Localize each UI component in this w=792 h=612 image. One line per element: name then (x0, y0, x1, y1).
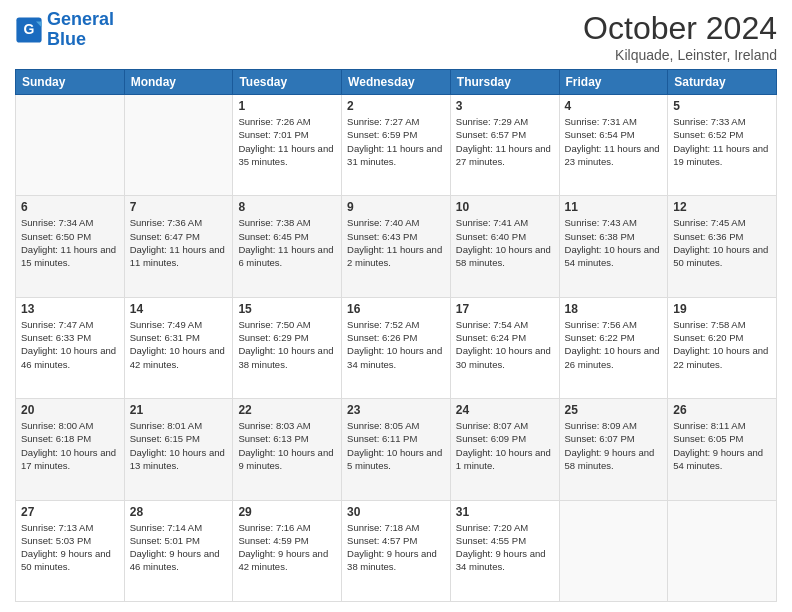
day-header-sunday: Sunday (16, 70, 125, 95)
calendar-cell: 31Sunrise: 7:20 AM Sunset: 4:55 PM Dayli… (450, 500, 559, 601)
day-info: Sunrise: 7:26 AM Sunset: 7:01 PM Dayligh… (238, 115, 336, 168)
day-number: 17 (456, 302, 554, 316)
day-number: 21 (130, 403, 228, 417)
day-number: 22 (238, 403, 336, 417)
day-info: Sunrise: 7:31 AM Sunset: 6:54 PM Dayligh… (565, 115, 663, 168)
day-info: Sunrise: 7:40 AM Sunset: 6:43 PM Dayligh… (347, 216, 445, 269)
day-info: Sunrise: 7:56 AM Sunset: 6:22 PM Dayligh… (565, 318, 663, 371)
calendar-cell: 23Sunrise: 8:05 AM Sunset: 6:11 PM Dayli… (342, 399, 451, 500)
calendar-cell: 26Sunrise: 8:11 AM Sunset: 6:05 PM Dayli… (668, 399, 777, 500)
day-number: 19 (673, 302, 771, 316)
week-row-1: 1Sunrise: 7:26 AM Sunset: 7:01 PM Daylig… (16, 95, 777, 196)
header: G General Blue October 2024 Kilquade, Le… (15, 10, 777, 63)
calendar-cell: 5Sunrise: 7:33 AM Sunset: 6:52 PM Daylig… (668, 95, 777, 196)
header-row: SundayMondayTuesdayWednesdayThursdayFrid… (16, 70, 777, 95)
title-block: October 2024 Kilquade, Leinster, Ireland (583, 10, 777, 63)
page: G General Blue October 2024 Kilquade, Le… (0, 0, 792, 612)
day-number: 20 (21, 403, 119, 417)
day-info: Sunrise: 8:09 AM Sunset: 6:07 PM Dayligh… (565, 419, 663, 472)
calendar-cell: 12Sunrise: 7:45 AM Sunset: 6:36 PM Dayli… (668, 196, 777, 297)
calendar-cell: 13Sunrise: 7:47 AM Sunset: 6:33 PM Dayli… (16, 297, 125, 398)
calendar-cell: 1Sunrise: 7:26 AM Sunset: 7:01 PM Daylig… (233, 95, 342, 196)
day-info: Sunrise: 7:38 AM Sunset: 6:45 PM Dayligh… (238, 216, 336, 269)
calendar-table: SundayMondayTuesdayWednesdayThursdayFrid… (15, 69, 777, 602)
day-number: 31 (456, 505, 554, 519)
calendar-cell (16, 95, 125, 196)
calendar-cell: 25Sunrise: 8:09 AM Sunset: 6:07 PM Dayli… (559, 399, 668, 500)
calendar-cell: 29Sunrise: 7:16 AM Sunset: 4:59 PM Dayli… (233, 500, 342, 601)
calendar-cell: 30Sunrise: 7:18 AM Sunset: 4:57 PM Dayli… (342, 500, 451, 601)
day-info: Sunrise: 7:14 AM Sunset: 5:01 PM Dayligh… (130, 521, 228, 574)
day-info: Sunrise: 7:52 AM Sunset: 6:26 PM Dayligh… (347, 318, 445, 371)
day-header-thursday: Thursday (450, 70, 559, 95)
day-number: 5 (673, 99, 771, 113)
logo-line2: Blue (47, 29, 86, 49)
calendar-cell (559, 500, 668, 601)
day-number: 14 (130, 302, 228, 316)
day-info: Sunrise: 8:11 AM Sunset: 6:05 PM Dayligh… (673, 419, 771, 472)
day-info: Sunrise: 8:00 AM Sunset: 6:18 PM Dayligh… (21, 419, 119, 472)
calendar-cell: 19Sunrise: 7:58 AM Sunset: 6:20 PM Dayli… (668, 297, 777, 398)
day-number: 24 (456, 403, 554, 417)
day-info: Sunrise: 7:13 AM Sunset: 5:03 PM Dayligh… (21, 521, 119, 574)
calendar-cell: 14Sunrise: 7:49 AM Sunset: 6:31 PM Dayli… (124, 297, 233, 398)
week-row-5: 27Sunrise: 7:13 AM Sunset: 5:03 PM Dayli… (16, 500, 777, 601)
calendar-cell: 17Sunrise: 7:54 AM Sunset: 6:24 PM Dayli… (450, 297, 559, 398)
day-number: 29 (238, 505, 336, 519)
calendar-cell (124, 95, 233, 196)
day-number: 9 (347, 200, 445, 214)
calendar-cell: 2Sunrise: 7:27 AM Sunset: 6:59 PM Daylig… (342, 95, 451, 196)
svg-text:G: G (24, 21, 35, 37)
day-number: 26 (673, 403, 771, 417)
day-number: 10 (456, 200, 554, 214)
day-number: 1 (238, 99, 336, 113)
day-info: Sunrise: 7:16 AM Sunset: 4:59 PM Dayligh… (238, 521, 336, 574)
week-row-2: 6Sunrise: 7:34 AM Sunset: 6:50 PM Daylig… (16, 196, 777, 297)
day-info: Sunrise: 7:47 AM Sunset: 6:33 PM Dayligh… (21, 318, 119, 371)
week-row-3: 13Sunrise: 7:47 AM Sunset: 6:33 PM Dayli… (16, 297, 777, 398)
main-title: October 2024 (583, 10, 777, 47)
calendar-cell: 7Sunrise: 7:36 AM Sunset: 6:47 PM Daylig… (124, 196, 233, 297)
calendar-cell: 10Sunrise: 7:41 AM Sunset: 6:40 PM Dayli… (450, 196, 559, 297)
day-info: Sunrise: 8:07 AM Sunset: 6:09 PM Dayligh… (456, 419, 554, 472)
calendar-cell: 3Sunrise: 7:29 AM Sunset: 6:57 PM Daylig… (450, 95, 559, 196)
logo: G General Blue (15, 10, 114, 50)
day-info: Sunrise: 8:05 AM Sunset: 6:11 PM Dayligh… (347, 419, 445, 472)
day-number: 6 (21, 200, 119, 214)
calendar-cell: 4Sunrise: 7:31 AM Sunset: 6:54 PM Daylig… (559, 95, 668, 196)
logo-line1: General (47, 9, 114, 29)
day-info: Sunrise: 7:43 AM Sunset: 6:38 PM Dayligh… (565, 216, 663, 269)
day-info: Sunrise: 7:36 AM Sunset: 6:47 PM Dayligh… (130, 216, 228, 269)
calendar-cell: 16Sunrise: 7:52 AM Sunset: 6:26 PM Dayli… (342, 297, 451, 398)
day-info: Sunrise: 7:50 AM Sunset: 6:29 PM Dayligh… (238, 318, 336, 371)
calendar-cell: 6Sunrise: 7:34 AM Sunset: 6:50 PM Daylig… (16, 196, 125, 297)
day-number: 16 (347, 302, 445, 316)
day-header-friday: Friday (559, 70, 668, 95)
calendar-cell: 22Sunrise: 8:03 AM Sunset: 6:13 PM Dayli… (233, 399, 342, 500)
day-info: Sunrise: 7:58 AM Sunset: 6:20 PM Dayligh… (673, 318, 771, 371)
day-number: 7 (130, 200, 228, 214)
week-row-4: 20Sunrise: 8:00 AM Sunset: 6:18 PM Dayli… (16, 399, 777, 500)
calendar-cell: 15Sunrise: 7:50 AM Sunset: 6:29 PM Dayli… (233, 297, 342, 398)
day-info: Sunrise: 7:33 AM Sunset: 6:52 PM Dayligh… (673, 115, 771, 168)
calendar-cell: 20Sunrise: 8:00 AM Sunset: 6:18 PM Dayli… (16, 399, 125, 500)
day-info: Sunrise: 7:41 AM Sunset: 6:40 PM Dayligh… (456, 216, 554, 269)
day-number: 23 (347, 403, 445, 417)
calendar-cell: 8Sunrise: 7:38 AM Sunset: 6:45 PM Daylig… (233, 196, 342, 297)
day-number: 13 (21, 302, 119, 316)
calendar-cell: 18Sunrise: 7:56 AM Sunset: 6:22 PM Dayli… (559, 297, 668, 398)
day-info: Sunrise: 7:49 AM Sunset: 6:31 PM Dayligh… (130, 318, 228, 371)
day-info: Sunrise: 7:27 AM Sunset: 6:59 PM Dayligh… (347, 115, 445, 168)
calendar-cell: 28Sunrise: 7:14 AM Sunset: 5:01 PM Dayli… (124, 500, 233, 601)
calendar-cell: 9Sunrise: 7:40 AM Sunset: 6:43 PM Daylig… (342, 196, 451, 297)
day-info: Sunrise: 8:01 AM Sunset: 6:15 PM Dayligh… (130, 419, 228, 472)
day-number: 8 (238, 200, 336, 214)
day-number: 11 (565, 200, 663, 214)
day-info: Sunrise: 7:34 AM Sunset: 6:50 PM Dayligh… (21, 216, 119, 269)
calendar-cell: 21Sunrise: 8:01 AM Sunset: 6:15 PM Dayli… (124, 399, 233, 500)
calendar-cell: 27Sunrise: 7:13 AM Sunset: 5:03 PM Dayli… (16, 500, 125, 601)
day-number: 4 (565, 99, 663, 113)
logo-text: General Blue (47, 10, 114, 50)
day-number: 15 (238, 302, 336, 316)
logo-icon: G (15, 16, 43, 44)
